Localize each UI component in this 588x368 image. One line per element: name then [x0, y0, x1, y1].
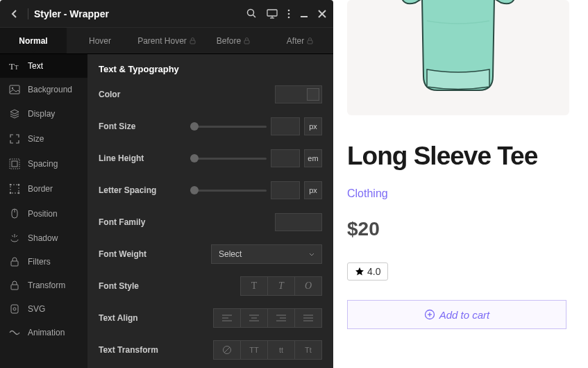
svg-text:T: T	[15, 64, 19, 71]
sidebar-item-filters[interactable]: Filters	[0, 250, 87, 274]
sidebar-item-size[interactable]: Size	[0, 126, 87, 151]
none-icon	[222, 345, 232, 355]
search-icon	[246, 8, 257, 19]
svg-rect-13	[308, 40, 312, 44]
letter-spacing-slider[interactable]	[190, 190, 267, 192]
svg-rect-19	[10, 159, 19, 169]
align-justify-icon	[303, 314, 314, 322]
svg-point-24	[18, 192, 20, 194]
svg-line-1	[253, 15, 256, 18]
back-button[interactable]	[7, 8, 22, 19]
align-right[interactable]	[267, 308, 295, 328]
font-weight-select[interactable]: Select	[211, 244, 322, 264]
sidebar-item-text[interactable]: TT Text	[0, 54, 87, 78]
sidebar-item-animation[interactable]: Animation	[0, 321, 87, 344]
layers-icon	[8, 108, 21, 119]
svg-rect-11	[190, 40, 195, 44]
close-button[interactable]	[318, 10, 326, 18]
state-tabs: Normal Hover Parent Hover Before After	[0, 28, 333, 54]
close-icon	[318, 10, 326, 18]
spacing-icon	[8, 158, 21, 169]
sidebar-item-svg[interactable]: SVG	[0, 297, 87, 321]
unit-label[interactable]: em	[304, 149, 322, 167]
row-label: Color	[99, 90, 168, 99]
tab-parent-hover[interactable]: Parent Hover	[133, 28, 200, 53]
sidebar: TT Text Background Display Size Spacing	[0, 54, 87, 368]
sidebar-item-position[interactable]: Position	[0, 201, 87, 226]
svg-point-21	[10, 184, 12, 186]
svg-point-0	[248, 10, 254, 16]
row-label: Letter Spacing	[99, 185, 168, 195]
unit-label[interactable]: px	[304, 117, 322, 135]
slider-thumb[interactable]	[190, 186, 199, 194]
slider-thumb[interactable]	[190, 122, 199, 131]
transform-uppercase[interactable]: TT	[240, 340, 268, 360]
align-center[interactable]	[240, 308, 268, 328]
sidebar-item-border[interactable]: Border	[0, 176, 87, 201]
svg-rect-2	[267, 10, 277, 16]
slider-thumb[interactable]	[190, 154, 199, 162]
align-justify[interactable]	[294, 308, 322, 328]
tab-before[interactable]: Before	[200, 28, 267, 53]
row-font-weight: Font Weight Select	[99, 244, 322, 265]
letter-spacing-input[interactable]	[271, 181, 300, 199]
panel-body: TT Text Background Display Size Spacing	[0, 54, 333, 368]
row-font-style: Font Style T T O	[99, 276, 322, 296]
svg-point-5	[288, 9, 290, 11]
styler-panel: Styler - Wrapper Normal Hover Parent Hov…	[0, 0, 333, 368]
color-picker[interactable]	[275, 85, 322, 103]
text-icon: TT	[8, 61, 21, 71]
sidebar-item-shadow[interactable]: Shadow	[0, 226, 87, 250]
line-height-input[interactable]	[271, 149, 300, 167]
device-button[interactable]	[267, 9, 278, 19]
font-size-slider[interactable]	[190, 126, 267, 128]
svg-point-32	[13, 308, 16, 310]
add-to-cart-button[interactable]: Add to cart	[347, 300, 566, 329]
tab-label: After	[287, 36, 304, 46]
font-size-input[interactable]	[271, 117, 300, 135]
svg-point-17	[12, 87, 13, 89]
svg-rect-16	[10, 85, 19, 94]
tab-normal[interactable]: Normal	[0, 28, 67, 53]
font-style-oblique[interactable]: O	[294, 276, 322, 296]
row-label: Line Height	[99, 153, 168, 163]
unit-label[interactable]: px	[304, 181, 322, 199]
row-label: Text Align	[99, 313, 168, 323]
svg-point-6	[288, 12, 290, 15]
sidebar-item-label: Position	[28, 209, 58, 219]
row-label: Text Transform	[99, 345, 168, 355]
svg-rect-18	[12, 161, 17, 167]
sidebar-item-spacing[interactable]: Spacing	[0, 151, 87, 176]
sidebar-item-background[interactable]: Background	[0, 78, 87, 101]
image-icon	[8, 85, 21, 94]
align-left-icon	[221, 314, 233, 322]
preview-pane: Long Sleeve Tee Clothing $20 4.0 Add to …	[333, 0, 588, 368]
sidebar-item-label: Display	[28, 109, 55, 119]
align-right-icon	[276, 314, 287, 322]
product-category[interactable]: Clothing	[347, 187, 574, 200]
minimize-button[interactable]	[300, 10, 308, 18]
sidebar-item-display[interactable]: Display	[0, 101, 87, 126]
svg-line-29	[16, 235, 17, 237]
monitor-icon	[267, 9, 278, 19]
sidebar-item-transform[interactable]: Transform	[0, 274, 87, 297]
align-left[interactable]	[213, 308, 241, 328]
minimize-icon	[300, 10, 308, 18]
font-style-normal[interactable]: T	[240, 276, 268, 296]
svg-point-22	[18, 184, 20, 186]
sidebar-item-label: Transform	[28, 281, 65, 290]
line-height-slider[interactable]	[190, 158, 267, 160]
lock-icon	[307, 37, 313, 44]
product-image	[347, 0, 569, 115]
svg-point-23	[10, 192, 12, 194]
search-button[interactable]	[246, 8, 257, 19]
tab-hover[interactable]: Hover	[67, 28, 133, 53]
panel-title: Styler - Wrapper	[34, 8, 241, 19]
font-family-input[interactable]	[275, 213, 322, 231]
more-button[interactable]	[287, 9, 290, 19]
transform-none[interactable]	[213, 340, 241, 360]
transform-capitalize[interactable]: Tt	[294, 340, 322, 360]
font-style-italic[interactable]: T	[267, 276, 295, 296]
tab-after[interactable]: After	[267, 28, 333, 53]
transform-lowercase[interactable]: tt	[267, 340, 295, 360]
